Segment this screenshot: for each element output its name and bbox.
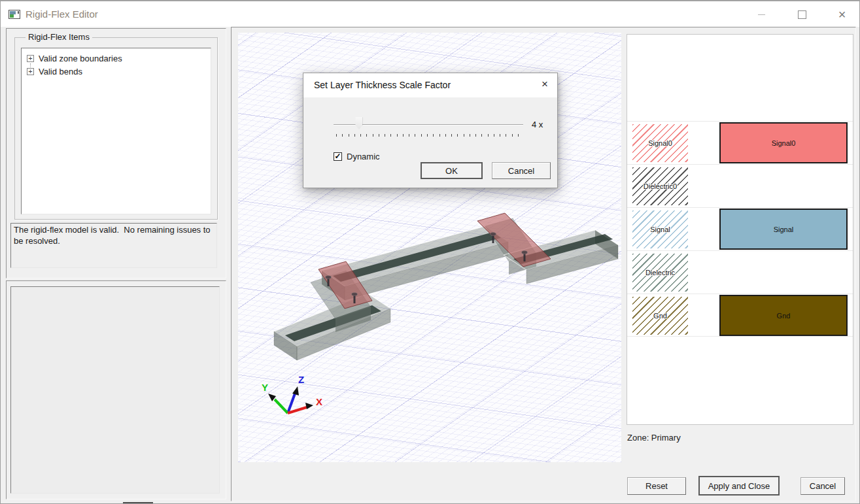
model-geometry[interactable] (274, 213, 618, 360)
tick-mark (390, 134, 391, 137)
layer-row-dielectric0[interactable]: Dielectric0 Dielectric0 (627, 164, 853, 207)
group-title: Rigid-Flex Items (26, 32, 92, 42)
layer-name: Dielectric (645, 269, 675, 277)
tick-mark (488, 134, 489, 137)
reset-button[interactable]: Reset (627, 477, 686, 495)
layer-name: Signal (650, 226, 670, 233)
layer-name: Signal0 (648, 139, 672, 147)
tick-mark (336, 134, 337, 137)
tree-item-label[interactable]: Valid bends (39, 67, 82, 76)
tree-item-label[interactable]: Valid zone boundaries (39, 54, 122, 63)
tick-mark (421, 134, 422, 137)
tick-mark (349, 134, 349, 137)
tick-mark (360, 134, 361, 137)
dialog-title: Set Layer Thickness Scale Factor (314, 80, 451, 90)
set-layer-thickness-dialog: Set Layer Thickness Scale Factor × 4 x ✓… (303, 73, 558, 188)
tick-mark (500, 134, 500, 137)
tick-mark (366, 134, 367, 137)
dialog-title-bar[interactable]: Set Layer Thickness Scale Factor × (303, 73, 557, 97)
layer-hatch: Signal0 (632, 124, 688, 162)
apply-and-close-button[interactable]: Apply and Close (698, 476, 780, 496)
rigid-flex-editor-window: Rigid-Flex Editor × Rigid-Flex Items + V… (0, 0, 860, 504)
validation-status-box: The rigid-flex model is valid. No remain… (10, 223, 217, 268)
tick-mark (415, 134, 415, 137)
z-axis-label: Z (298, 374, 304, 385)
dynamic-checkbox[interactable]: ✓ (334, 152, 342, 161)
ok-button[interactable]: OK (421, 162, 483, 179)
footer-cancel-button[interactable]: Cancel (800, 477, 845, 495)
tick-mark (464, 134, 464, 137)
tick-mark (433, 134, 434, 137)
layer-row-dielectric[interactable]: Dielectric Dielectric (627, 250, 853, 294)
left-top-panel: Rigid-Flex Items + Valid zone boundaries… (6, 28, 226, 278)
tick-mark (457, 134, 458, 137)
left-bottom-panel (6, 280, 226, 499)
app-icon-green (10, 14, 14, 18)
rigid-flex-items-tree[interactable]: + Valid zone boundaries + Valid bends (21, 48, 211, 214)
layer-hatch: Signal (632, 210, 688, 248)
tick-mark (385, 134, 385, 137)
tick-mark (512, 134, 513, 137)
rigid-flex-items-groupbox: Rigid-Flex Items + Valid zone boundaries… (14, 37, 218, 220)
expand-plus-icon[interactable]: + (27, 55, 34, 62)
layer-row-gnd[interactable]: Gnd Gnd (627, 294, 853, 337)
layer-hatch: Dielectric (632, 254, 688, 292)
layer-hatch: Dielectric0 (632, 167, 688, 205)
minimize-button[interactable] (747, 1, 776, 27)
layer-fill-name: Signal0 (772, 139, 796, 147)
tick-mark (409, 134, 409, 137)
tick-mark (481, 134, 482, 137)
slider-value-label: 4 x (532, 120, 543, 129)
layer-hatch: Gnd (632, 297, 688, 335)
thickness-slider-thumb[interactable] (355, 117, 362, 129)
tick-mark (439, 134, 440, 137)
layer-row-signal[interactable]: Signal Signal (627, 207, 853, 250)
tree-item-valid-zone-boundaries[interactable]: + Valid zone boundaries (27, 53, 122, 63)
app-icon (9, 10, 20, 19)
slider-tick-marks (336, 134, 519, 137)
app-icon-mark (18, 11, 19, 14)
tick-mark (397, 134, 398, 137)
tick-mark (354, 134, 355, 137)
tick-mark (379, 134, 379, 137)
layer-row-signal0[interactable]: Signal0 Signal0 (627, 121, 853, 164)
tick-mark (451, 134, 452, 137)
layer-name: Dielectric0 (644, 182, 677, 190)
maximize-icon (798, 10, 806, 19)
tick-mark (470, 134, 470, 137)
layer-name: Gnd (653, 312, 667, 320)
y-axis-label: Y (262, 382, 268, 393)
tick-mark (494, 134, 494, 137)
zone-label: Zone: Primary (627, 433, 681, 443)
axis-triad: Z Y X (262, 374, 322, 413)
left-bottom-empty-box (10, 286, 220, 494)
layer-fill-rect[interactable]: Gnd (719, 295, 848, 336)
tick-mark (445, 134, 446, 137)
tick-mark (342, 134, 343, 137)
dynamic-checkbox-label[interactable]: Dynamic (347, 152, 380, 161)
title-bar: Rigid-Flex Editor × (1, 1, 859, 27)
dialog-close-icon[interactable]: × (542, 78, 548, 90)
tick-mark (475, 134, 476, 137)
tick-mark (403, 134, 404, 137)
window-title: Rigid-Flex Editor (26, 8, 98, 20)
tick-mark (506, 134, 506, 137)
tick-mark (373, 134, 373, 137)
layer-stackup-panel: Signal0 Signal0 Dielectric0 Dielectric0 … (627, 34, 853, 425)
dialog-cancel-button[interactable]: Cancel (492, 162, 551, 179)
layer-fill-name: Gnd (777, 312, 791, 320)
tick-mark (518, 134, 519, 137)
layer-fill-rect[interactable]: Signal0 (719, 122, 848, 163)
tree-item-valid-bends[interactable]: + Valid bends (27, 66, 82, 76)
layer-fill-name: Signal (774, 226, 794, 233)
minimize-icon (758, 14, 765, 15)
close-icon: × (838, 8, 846, 21)
layer-fill-rect[interactable]: Signal (719, 209, 848, 250)
close-button[interactable]: × (827, 1, 857, 27)
tick-mark (427, 134, 428, 137)
expand-plus-icon[interactable]: + (27, 68, 34, 75)
maximize-button[interactable] (787, 1, 817, 27)
x-axis-label: X (316, 396, 322, 407)
